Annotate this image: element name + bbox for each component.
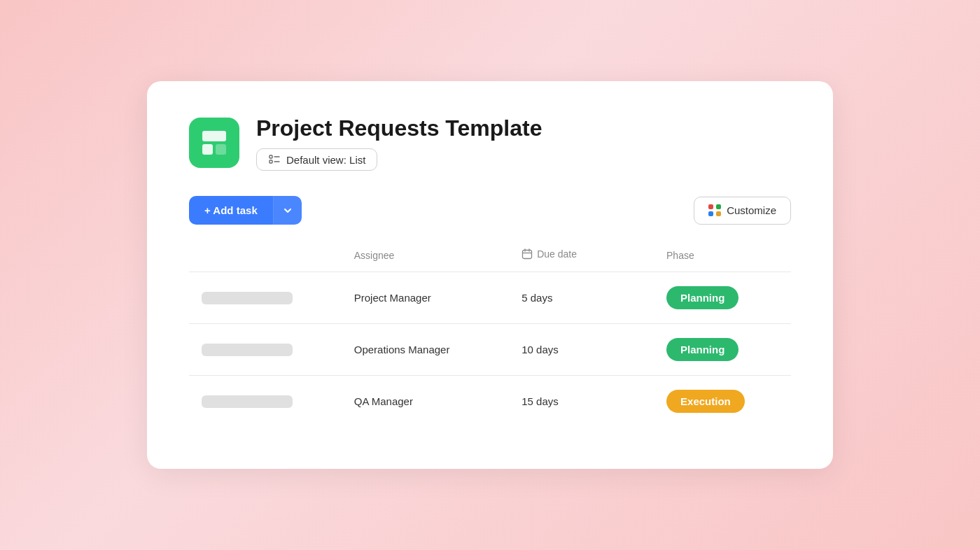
chevron-down-icon <box>284 206 292 215</box>
customize-icon <box>708 204 721 217</box>
view-badge[interactable]: Default view: List <box>256 148 377 171</box>
task-name-cell <box>189 376 342 428</box>
svg-rect-4 <box>270 160 272 163</box>
svg-rect-3 <box>270 155 272 158</box>
toolbar: + Add task Customize <box>189 196 791 225</box>
task-name-skeleton <box>202 344 293 356</box>
task-name-skeleton <box>202 395 293 408</box>
add-task-button[interactable]: + Add task <box>189 196 273 225</box>
table-row: QA Manager 15 days Execution <box>189 376 791 428</box>
customize-label: Customize <box>727 204 776 216</box>
phase-cell: Execution <box>654 376 791 428</box>
app-icon <box>189 118 239 168</box>
svg-rect-0 <box>202 131 226 141</box>
add-task-group: + Add task <box>189 196 302 225</box>
phase-badge: Planning <box>666 286 738 309</box>
main-card: Project Requests Template Default view: … <box>147 81 833 469</box>
list-view-icon <box>268 153 281 166</box>
table-row: Project Manager 5 days Planning <box>189 272 791 324</box>
assignee-cell: Operations Manager <box>342 324 509 376</box>
task-name-cell <box>189 324 342 376</box>
col-header-assignee: Assignee <box>342 239 509 272</box>
phase-cell: Planning <box>654 324 791 376</box>
assignee-cell: QA Manager <box>342 376 509 428</box>
svg-rect-1 <box>202 144 213 155</box>
due-date-cell: 10 days <box>509 324 654 376</box>
tasks-table: Assignee Due date Phase <box>189 239 791 427</box>
view-label: Default view: List <box>286 154 365 166</box>
col-header-duedate: Due date <box>509 239 654 272</box>
table-row: Operations Manager 10 days Planning <box>189 324 791 376</box>
due-date-cell: 15 days <box>509 376 654 428</box>
col-header-name <box>189 239 342 272</box>
phase-badge: Planning <box>666 338 738 361</box>
phase-badge: Execution <box>666 390 745 413</box>
page-title: Project Requests Template <box>256 115 542 141</box>
svg-rect-2 <box>216 144 226 155</box>
col-header-phase: Phase <box>654 239 791 272</box>
table-header-row: Assignee Due date Phase <box>189 239 791 272</box>
phase-cell: Planning <box>654 272 791 324</box>
header: Project Requests Template Default view: … <box>189 115 791 171</box>
header-text: Project Requests Template Default view: … <box>256 115 542 171</box>
col-header-duedate-label: Due date <box>537 248 577 260</box>
add-task-dropdown-button[interactable] <box>273 196 302 225</box>
assignee-cell: Project Manager <box>342 272 509 324</box>
customize-button[interactable]: Customize <box>694 197 791 225</box>
due-date-cell: 5 days <box>509 272 654 324</box>
task-name-cell <box>189 272 342 324</box>
svg-rect-7 <box>523 251 532 259</box>
task-name-skeleton <box>202 292 293 304</box>
calendar-icon <box>522 248 533 260</box>
